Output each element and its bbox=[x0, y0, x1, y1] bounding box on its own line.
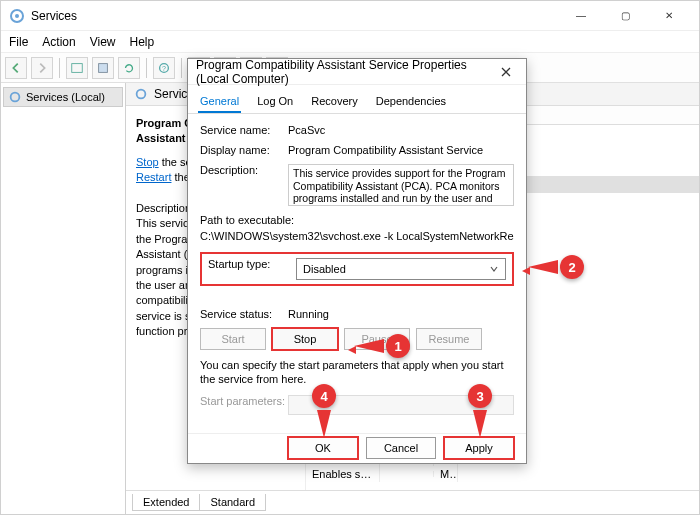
tree-pane: Services (Local) bbox=[1, 83, 126, 514]
tab-logon[interactable]: Log On bbox=[255, 91, 295, 113]
label-service-status: Service status: bbox=[200, 308, 288, 320]
value-display-name: Program Compatibility Assistant Service bbox=[288, 144, 514, 156]
svg-point-10 bbox=[11, 93, 20, 102]
resume-service-button: Resume bbox=[416, 328, 482, 350]
menu-file[interactable]: File bbox=[9, 35, 28, 49]
ok-button[interactable]: OK bbox=[288, 437, 358, 459]
tab-recovery[interactable]: Recovery bbox=[309, 91, 359, 113]
dialog-title: Program Compatibility Assistant Service … bbox=[196, 58, 494, 86]
cell-desc: Enables star... bbox=[306, 465, 380, 483]
tree-node-services-local[interactable]: Services (Local) bbox=[3, 87, 123, 107]
startup-type-row: Startup type: Disabled bbox=[200, 252, 514, 286]
value-service-name: PcaSvc bbox=[288, 124, 514, 136]
svg-text:?: ? bbox=[162, 64, 166, 71]
value-service-status: Running bbox=[288, 308, 514, 320]
titlebar: Services — ▢ ✕ bbox=[1, 1, 699, 31]
dialog-close-button[interactable] bbox=[494, 61, 518, 83]
stop-link[interactable]: Stop bbox=[136, 156, 159, 168]
svg-rect-3 bbox=[99, 63, 108, 72]
dialog-tabs: General Log On Recovery Dependencies bbox=[188, 85, 526, 114]
start-button: Start bbox=[200, 328, 266, 350]
close-button[interactable]: ✕ bbox=[647, 2, 691, 30]
export-button[interactable] bbox=[92, 57, 114, 79]
dialog-titlebar: Program Compatibility Assistant Service … bbox=[188, 59, 526, 85]
chevron-down-icon bbox=[489, 264, 499, 274]
tab-general[interactable]: General bbox=[198, 91, 241, 113]
pause-service-button: Pause bbox=[344, 328, 410, 350]
tree-node-label: Services (Local) bbox=[26, 91, 105, 103]
dialog-body: Service name: PcaSvc Display name: Progr… bbox=[188, 114, 526, 433]
maximize-button[interactable]: ▢ bbox=[603, 2, 647, 30]
services-icon bbox=[9, 8, 25, 24]
forward-button[interactable] bbox=[31, 57, 53, 79]
tab-extended[interactable]: Extended bbox=[132, 494, 200, 511]
cell-status bbox=[380, 471, 434, 477]
start-params-input bbox=[288, 395, 514, 415]
cancel-button[interactable]: Cancel bbox=[366, 437, 436, 459]
tab-dependencies[interactable]: Dependencies bbox=[374, 91, 448, 113]
menubar: File Action View Help bbox=[1, 31, 699, 53]
label-display-name: Display name: bbox=[200, 144, 288, 156]
svg-point-1 bbox=[15, 14, 19, 18]
properties-button[interactable] bbox=[66, 57, 88, 79]
status-buttons: Start Stop Pause Resume bbox=[200, 328, 514, 350]
cell-startup: Ma bbox=[434, 465, 458, 483]
view-tabs: Extended Standard bbox=[126, 490, 699, 514]
refresh-button[interactable] bbox=[118, 57, 140, 79]
gear-icon bbox=[8, 90, 22, 104]
svg-rect-2 bbox=[72, 63, 83, 72]
label-description: Description: bbox=[200, 164, 288, 176]
gear-icon bbox=[134, 87, 148, 101]
restart-link[interactable]: Restart bbox=[136, 171, 171, 183]
label-startup-type: Startup type: bbox=[208, 258, 296, 270]
menu-view[interactable]: View bbox=[90, 35, 116, 49]
close-icon bbox=[501, 67, 511, 77]
startup-type-select[interactable]: Disabled bbox=[296, 258, 506, 280]
label-start-params: Start parameters: bbox=[200, 395, 288, 407]
label-service-name: Service name: bbox=[200, 124, 288, 136]
minimize-button[interactable]: — bbox=[559, 2, 603, 30]
window-title: Services bbox=[31, 9, 559, 23]
apply-button[interactable]: Apply bbox=[444, 437, 514, 459]
description-box[interactable]: This service provides support for the Pr… bbox=[288, 164, 514, 206]
value-path: C:\WINDOWS\system32\svchost.exe -k Local… bbox=[200, 230, 514, 242]
label-path: Path to executable: bbox=[200, 214, 514, 226]
menu-help[interactable]: Help bbox=[130, 35, 155, 49]
tab-standard[interactable]: Standard bbox=[199, 494, 266, 511]
back-button[interactable] bbox=[5, 57, 27, 79]
start-params-hint: You can specify the start parameters tha… bbox=[200, 358, 514, 387]
startup-type-value: Disabled bbox=[303, 263, 346, 275]
menu-action[interactable]: Action bbox=[42, 35, 75, 49]
svg-point-11 bbox=[137, 90, 146, 99]
table-row[interactable]: Enables star...Ma bbox=[306, 465, 699, 482]
properties-dialog: Program Compatibility Assistant Service … bbox=[187, 58, 527, 464]
help-button[interactable]: ? bbox=[153, 57, 175, 79]
dialog-footer: OK Cancel Apply bbox=[188, 433, 526, 463]
stop-service-button[interactable]: Stop bbox=[272, 328, 338, 350]
